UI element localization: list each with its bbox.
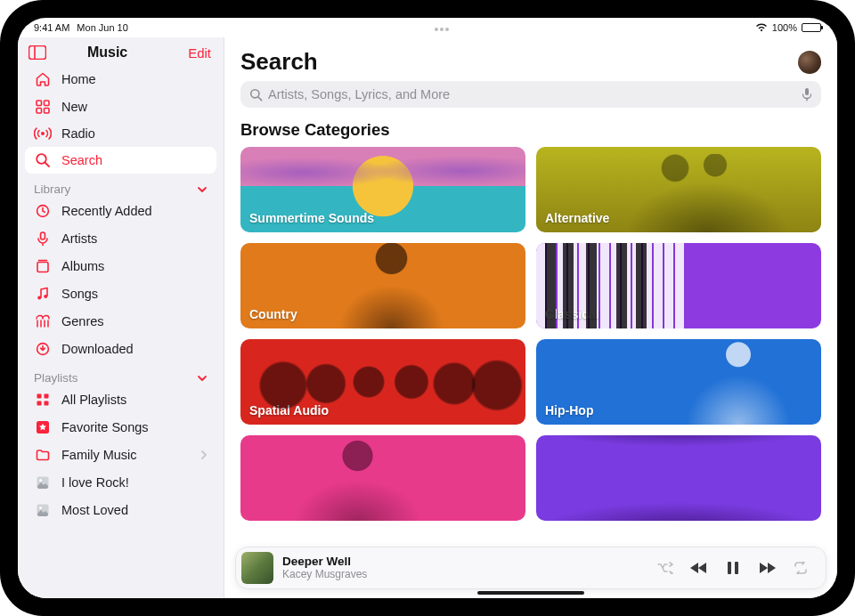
sidebar-item-radio[interactable]: Radio	[25, 121, 216, 146]
chevron-right-icon	[200, 450, 208, 460]
app-body: Music Edit HomeNewRadioSearch Library Re…	[18, 37, 837, 598]
sidebar-item-search[interactable]: Search	[25, 147, 216, 174]
category-label: Summertime Sounds	[249, 211, 374, 225]
svg-rect-10	[41, 232, 45, 239]
status-bar: 9:41 AM Mon Jun 10 100%	[18, 18, 837, 37]
svg-rect-16	[37, 394, 42, 399]
sidebar-item-label: Most Loved	[61, 503, 208, 517]
sidebar-item-home[interactable]: Home	[25, 66, 216, 93]
sidebar-item-new[interactable]: New	[25, 93, 216, 120]
svg-point-6	[41, 132, 45, 135]
status-time: 9:41 AM	[34, 22, 69, 33]
sidebar-item-label: Downloaded	[61, 342, 208, 356]
sidebar-item-downloaded[interactable]: Downloaded	[25, 336, 216, 362]
sidebar-item-songs[interactable]: Songs	[25, 280, 216, 307]
sidebar-item-label: Radio	[61, 126, 208, 141]
multitask-dots-icon[interactable]	[434, 22, 450, 33]
grid-icon	[34, 99, 52, 115]
svg-rect-19	[45, 401, 49, 406]
category-label: Hip-Hop	[545, 403, 593, 417]
category-tile-classical[interactable]: Classical	[536, 243, 821, 328]
edit-button[interactable]: Edit	[188, 45, 211, 61]
now-playing-bar[interactable]: Deeper Well Kacey Musgraves	[235, 547, 826, 589]
dictate-icon[interactable]	[802, 87, 812, 101]
svg-rect-17	[45, 394, 49, 399]
sidebar-item-label: Albums	[61, 259, 208, 273]
sidebar-item-artists[interactable]: Artists	[25, 225, 216, 252]
previous-button[interactable]	[687, 562, 712, 574]
svg-point-13	[37, 296, 41, 299]
category-tile-hip-hop[interactable]: Hip-Hop	[536, 339, 821, 425]
search-icon	[249, 88, 263, 101]
svg-rect-4	[37, 109, 42, 114]
account-avatar[interactable]	[798, 51, 821, 74]
svg-point-14	[44, 295, 47, 298]
art-icon	[34, 474, 52, 490]
download-icon	[34, 341, 52, 357]
sidebar-item-all[interactable]: All Playlists	[25, 386, 216, 413]
album-icon	[34, 258, 52, 274]
note-icon	[34, 286, 52, 302]
shuffle-button[interactable]	[653, 562, 678, 574]
sidebar: Music Edit HomeNewRadioSearch Library Re…	[18, 37, 224, 598]
svg-point-7	[37, 154, 46, 164]
category-tile-country[interactable]: Country	[240, 243, 525, 328]
now-playing-artwork[interactable]	[241, 552, 273, 584]
svg-rect-5	[45, 109, 50, 114]
category-tile-summertime-sounds[interactable]: Summertime Sounds	[240, 147, 525, 232]
playlists-icon	[34, 392, 52, 408]
radio-icon	[34, 126, 52, 141]
category-tile-spatial-audio[interactable]: Spatial Audio	[240, 339, 525, 425]
library-header-label: Library	[34, 182, 187, 196]
sidebar-item-family[interactable]: Family Music	[25, 442, 216, 468]
status-date: Mon Jun 10	[77, 22, 127, 33]
category-tile-tile-7[interactable]	[536, 435, 821, 521]
category-label: Classical	[545, 307, 599, 321]
search-icon	[34, 152, 52, 168]
sidebar-title: Music	[27, 45, 188, 61]
chevron-down-icon	[197, 373, 208, 384]
sidebar-item-most[interactable]: Most Loved	[25, 497, 216, 523]
device-frame: 9:41 AM Mon Jun 10 100%	[0, 0, 855, 616]
battery-icon	[802, 23, 821, 32]
folder-icon	[34, 447, 52, 463]
home-indicator[interactable]	[477, 591, 584, 595]
category-tile-tile-6[interactable]	[240, 435, 525, 521]
sidebar-item-albums[interactable]: Albums	[25, 253, 216, 280]
sidebar-item-rock[interactable]: I love Rock!	[25, 469, 216, 496]
category-label: Alternative	[545, 211, 609, 225]
mic-icon	[34, 231, 52, 247]
sidebar-item-label: Family Music	[61, 448, 191, 462]
playlists-header[interactable]: Playlists	[25, 362, 216, 386]
now-playing-title: Deeper Well	[282, 555, 407, 569]
svg-rect-11	[37, 263, 48, 272]
sidebar-item-label: Favorite Songs	[61, 420, 208, 434]
playlists-header-label: Playlists	[34, 371, 187, 385]
browse-categories-title: Browse Categories	[240, 120, 821, 140]
chevron-down-icon	[197, 184, 208, 195]
svg-point-24	[39, 507, 42, 509]
star-icon	[34, 419, 52, 435]
sidebar-item-fav[interactable]: Favorite Songs	[25, 414, 216, 441]
screen: 9:41 AM Mon Jun 10 100%	[18, 18, 837, 598]
svg-line-26	[258, 97, 262, 101]
category-label: Spatial Audio	[249, 403, 329, 417]
main-content: Search Artists, Songs, Lyrics, and More …	[224, 37, 837, 598]
sidebar-item-recent[interactable]: Recently Added	[25, 198, 216, 224]
sidebar-item-label: Artists	[61, 231, 208, 246]
svg-rect-2	[37, 101, 42, 106]
search-input[interactable]: Artists, Songs, Lyrics, and More	[240, 81, 821, 108]
next-button[interactable]	[754, 562, 779, 574]
pause-button[interactable]	[721, 561, 745, 575]
sidebar-item-label: All Playlists	[61, 393, 208, 407]
svg-point-22	[39, 479, 42, 482]
search-placeholder: Artists, Songs, Lyrics, and More	[268, 87, 796, 101]
sidebar-item-label: I love Rock!	[61, 475, 208, 490]
repeat-button[interactable]	[788, 562, 813, 574]
sidebar-item-genres[interactable]: Genres	[25, 308, 216, 335]
svg-line-8	[45, 163, 49, 166]
now-playing-info[interactable]: Deeper Well Kacey Musgraves	[282, 555, 407, 580]
category-tile-alternative[interactable]: Alternative	[536, 147, 821, 232]
library-header[interactable]: Library	[25, 174, 216, 198]
page-title: Search	[240, 48, 318, 76]
